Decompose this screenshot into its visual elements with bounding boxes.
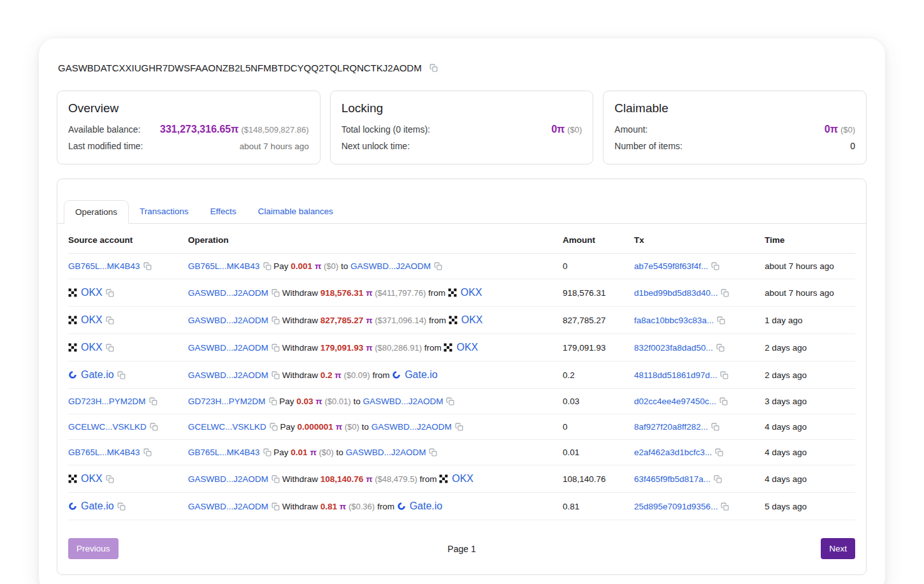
next-unlock-label: Next unlock time: — [342, 141, 410, 151]
tx-hash-link[interactable]: 832f0023fa8dad50... — [634, 343, 713, 353]
copy-icon[interactable] — [271, 344, 280, 352]
exchange-link[interactable]: Gate.io — [81, 500, 114, 511]
copy-icon[interactable] — [271, 316, 280, 325]
operation-cell: GB765L...MK4B43 Pay 0.001 π ($0) to GASW… — [188, 254, 563, 279]
copy-icon[interactable] — [717, 316, 725, 325]
copy-icon[interactable] — [719, 397, 728, 405]
copy-icon[interactable] — [715, 448, 723, 456]
account-link[interactable]: GASWBD...J2AODM — [188, 343, 268, 353]
account-link[interactable]: GB765L...MK4B43 — [188, 448, 260, 457]
claimable-pi-amount: 0π — [825, 124, 838, 135]
table-row: Gate.ioGASWBD...J2AODM Withdraw 0.81 π (… — [68, 493, 855, 520]
copy-icon[interactable] — [721, 289, 729, 297]
tx-hash-link[interactable]: 63f465f9fb5d817a... — [634, 474, 711, 484]
copy-icon[interactable] — [150, 423, 158, 431]
pi-symbol: π — [340, 502, 346, 511]
previous-button[interactable]: Previous — [68, 538, 119, 559]
copy-icon[interactable] — [271, 289, 280, 297]
copy-icon[interactable] — [106, 316, 114, 325]
tx-hash-link[interactable]: fa8ac10bbc93c83a... — [634, 316, 714, 325]
copy-address-icon[interactable] — [430, 64, 438, 72]
tx-hash-link[interactable]: 25d895e7091d9356... — [634, 502, 718, 511]
copy-icon[interactable] — [271, 475, 280, 483]
exchange-link[interactable]: Gate.io — [405, 369, 438, 380]
available-balance-row: Available balance: 331,273,316.65π ($148… — [68, 124, 309, 135]
next-button[interactable]: Next — [821, 538, 855, 559]
copy-icon[interactable] — [270, 423, 278, 431]
tab-bar: Operations Transactions Effects Claimabl… — [57, 200, 866, 224]
exchange-link[interactable]: Gate.io — [81, 369, 114, 380]
copy-icon[interactable] — [263, 448, 271, 456]
exchange-link[interactable]: OKX — [461, 314, 483, 325]
okx-icon — [68, 474, 77, 483]
exchange-link[interactable]: OKX — [81, 314, 103, 325]
copy-icon[interactable] — [106, 344, 114, 352]
copy-icon[interactable] — [271, 502, 280, 511]
account-link[interactable]: GD723H...PYM2DM — [68, 397, 146, 406]
operation-cell: GASWBD...J2AODM Withdraw 108,140.76 π ($… — [188, 465, 563, 493]
gate-icon — [68, 370, 77, 379]
tab-transactions[interactable]: Transactions — [129, 200, 199, 223]
tx-hash-link[interactable]: e2af462a3d1bcfc3... — [634, 448, 712, 457]
account-link[interactable]: GASWBD...J2AODM — [188, 474, 268, 484]
copy-icon[interactable] — [714, 475, 722, 483]
copy-icon[interactable] — [149, 397, 157, 405]
account-link[interactable]: GASWBD...J2AODM — [188, 316, 268, 325]
copy-icon[interactable] — [143, 262, 152, 270]
account-link[interactable]: GASWBD...J2AODM — [345, 448, 426, 457]
copy-icon[interactable] — [455, 423, 463, 431]
claimable-usd: ($0) — [841, 125, 855, 135]
account-link[interactable]: GB765L...MK4B43 — [188, 261, 260, 271]
copy-icon[interactable] — [434, 262, 442, 270]
account-link[interactable]: GASWBD...J2AODM — [372, 422, 452, 432]
exchange-link[interactable]: OKX — [81, 287, 103, 298]
account-link[interactable]: GD723H...PYM2DM — [188, 397, 266, 406]
exchange-link[interactable]: OKX — [461, 287, 482, 298]
copy-icon[interactable] — [429, 448, 437, 456]
okx-icon — [68, 288, 77, 297]
tx-hash-link[interactable]: ab7e5459f8f63f4f... — [634, 261, 708, 271]
copy-icon[interactable] — [117, 502, 126, 511]
operation-amount: 0.000001 — [298, 422, 333, 432]
copy-icon[interactable] — [446, 397, 454, 405]
copy-icon[interactable] — [271, 371, 280, 379]
locking-card: Locking Total locking (0 items): 0π ($0)… — [330, 91, 594, 164]
tx-hash-link[interactable]: d02cc4ee4e97450c... — [634, 397, 716, 406]
copy-icon[interactable] — [263, 262, 271, 270]
account-link[interactable]: GB765L...MK4B43 — [68, 261, 140, 271]
tx-hash-link[interactable]: 8af927f20a8ff282... — [634, 422, 708, 432]
tab-claimable-balances[interactable]: Claimable balances — [247, 200, 344, 223]
exchange-link[interactable]: OKX — [81, 342, 103, 353]
account-link[interactable]: GASWBD...J2AODM — [188, 502, 268, 511]
pi-symbol: π — [315, 261, 321, 271]
account-link[interactable]: GASWBD...J2AODM — [363, 397, 443, 406]
account-link[interactable]: GASWBD...J2AODM — [350, 261, 431, 271]
source-account-cell: Gate.io — [68, 493, 188, 520]
copy-icon[interactable] — [721, 502, 729, 511]
account-link[interactable]: GASWBD...J2AODM — [188, 288, 268, 298]
tx-hash-link[interactable]: 48118dd51861d97d... — [634, 370, 717, 380]
exchange-link[interactable]: OKX — [81, 473, 103, 484]
copy-icon[interactable] — [106, 475, 114, 483]
account-link[interactable]: GCELWC...VSKLKD — [188, 422, 266, 432]
copy-icon[interactable] — [106, 289, 114, 297]
copy-icon[interactable] — [711, 423, 719, 431]
account-link[interactable]: GCELWC...VSKLKD — [68, 422, 147, 432]
table-row: GD723H...PYM2DMGD723H...PYM2DM Pay 0.03 … — [68, 389, 855, 414]
exchange-link[interactable]: OKX — [456, 342, 478, 353]
account-link[interactable]: GASWBD...J2AODM — [188, 370, 268, 380]
copy-icon[interactable] — [269, 397, 277, 405]
copy-icon[interactable] — [711, 262, 719, 270]
tab-operations[interactable]: Operations — [64, 200, 129, 224]
copy-icon[interactable] — [117, 371, 126, 379]
copy-icon[interactable] — [720, 371, 728, 379]
exchange-link[interactable]: OKX — [452, 473, 473, 484]
exchange-link[interactable]: Gate.io — [410, 500, 443, 511]
col-tx: Tx — [634, 224, 765, 254]
copy-icon[interactable] — [716, 344, 725, 352]
tx-hash-link[interactable]: d1bed99bd5d83d40... — [634, 288, 718, 298]
account-link[interactable]: GB765L...MK4B43 — [68, 448, 140, 457]
time-cell: 5 days ago — [765, 493, 855, 520]
copy-icon[interactable] — [143, 448, 152, 456]
tab-effects[interactable]: Effects — [199, 200, 247, 223]
